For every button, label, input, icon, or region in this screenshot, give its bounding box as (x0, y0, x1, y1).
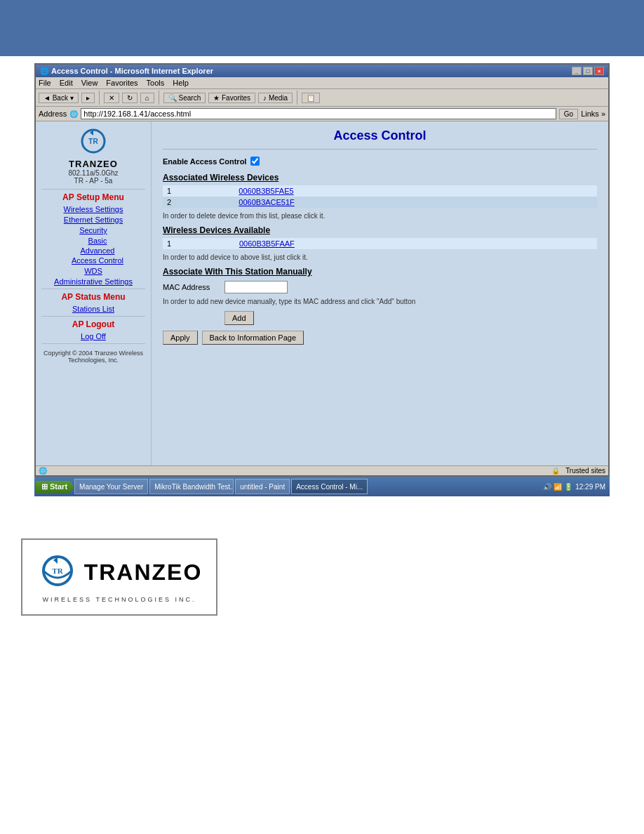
trusted-sites-icon: 🔒 (551, 467, 560, 475)
start-icon: ⊞ (41, 482, 48, 491)
associated-devices-header: Associated Wireless Devices (163, 173, 597, 183)
taskbar-item-0[interactable]: Manage Your Server (74, 479, 148, 494)
tray-icons: 🔊 📶 🔋 (543, 483, 572, 491)
sidebar-item-log-off[interactable]: Log Off (41, 332, 145, 340)
mac-address-input[interactable] (224, 281, 288, 293)
favorites-button[interactable]: ★ Favorites (208, 93, 255, 103)
statusbar-left: 🌐 (39, 467, 50, 475)
toolbar-separator-2 (159, 91, 159, 105)
tranzeo-logo-icon: TR (41, 127, 145, 159)
start-button[interactable]: ⊞ Start (36, 481, 73, 493)
ie-titlebar: 🌐 Access Control - Microsoft Internet Ex… (36, 65, 608, 77)
add-button[interactable]: Add (224, 311, 254, 325)
menu-edit[interactable]: Edit (60, 79, 73, 87)
address-label: Address (39, 110, 67, 118)
toolbar-separator-3 (297, 91, 297, 105)
history-button[interactable]: 📋 (302, 93, 320, 103)
taskbar-items: Manage Your Server MikroTik Bandwidth Te… (74, 479, 542, 494)
sidebar-item-ap-setup-menu[interactable]: AP Setup Menu (41, 192, 145, 202)
menu-help[interactable]: Help (173, 79, 189, 87)
minimize-button[interactable]: _ (572, 67, 582, 75)
sidebar-item-ethernet-settings[interactable]: Ethernet Settings (41, 216, 145, 224)
media-button[interactable]: ♪ Media (258, 93, 293, 103)
screenshot-wrapper: 🌐 Access Control - Microsoft Internet Ex… (0, 56, 644, 503)
associated-delete-hint: In order to delete device from this list… (163, 212, 597, 220)
ie-content: TR TRANZEO 802.11a/5.0Ghz TR - AP - 5a A… (36, 121, 608, 465)
available-device-row-1: 1 0060B3B5FAAF (163, 238, 597, 249)
available-device-mac-1[interactable]: 0060B3B5FAAF (239, 239, 295, 248)
menu-tools[interactable]: Tools (147, 79, 165, 87)
associated-device-num-2: 2 (163, 197, 234, 208)
tranzeo-large-icon: TR (36, 551, 79, 593)
menu-view[interactable]: View (81, 79, 98, 87)
associate-header: Associate With This Station Manually (163, 267, 597, 277)
available-devices-table: 1 0060B3B5FAAF (163, 238, 597, 249)
taskbar-item-1[interactable]: MikroTik Bandwidth Test... (149, 479, 234, 494)
maximize-button[interactable]: □ (583, 67, 593, 75)
associated-device-mac-1[interactable]: 0060B3B5FAE5 (239, 187, 293, 195)
sidebar-item-admin-settings[interactable]: Administrative Settings (41, 277, 145, 286)
toolbar-separator-1 (99, 91, 100, 105)
taskbar-time: 12:29 PM (575, 483, 605, 491)
page-divider (163, 149, 597, 150)
ie-window: 🌐 Access Control - Microsoft Internet Ex… (34, 63, 610, 477)
sidebar-item-basic[interactable]: Basic (50, 237, 145, 245)
manual-hint: In order to add new device manually, typ… (163, 298, 597, 305)
sidebar-divider-2 (41, 289, 145, 289)
ie-addressbar: Address 🌐 Go Links » (36, 107, 608, 121)
svg-text:TR: TR (88, 138, 98, 145)
top-banner (0, 0, 644, 56)
sidebar-item-ap-logout[interactable]: AP Logout (41, 319, 145, 329)
sidebar-brand-text: TRANZEO (41, 159, 145, 169)
back-to-info-button[interactable]: Back to Information Page (202, 331, 304, 345)
enable-checkbox[interactable] (250, 157, 260, 166)
tray-icon-1: 🔊 (543, 483, 551, 491)
tray-icon-2: 📶 (554, 483, 562, 491)
associated-device-num-1: 1 (163, 185, 234, 197)
back-button[interactable]: ◄ Back ▾ (39, 93, 79, 103)
ie-menubar: File Edit View Favorites Tools Help (36, 77, 608, 89)
search-button[interactable]: 🔍 Search (163, 93, 206, 103)
home-button[interactable]: ⌂ (140, 93, 154, 103)
refresh-button[interactable]: ↻ (122, 93, 137, 103)
enable-label: Enable Access Control (163, 157, 246, 166)
ie-statusbar: 🌐 🔒 Trusted sites (36, 465, 608, 475)
sidebar-item-wds[interactable]: WDS (41, 267, 145, 275)
mac-address-label: MAC Address (163, 283, 219, 291)
associated-device-mac-2[interactable]: 0060B3ACE51F (239, 198, 295, 206)
bottom-section: TR TRANZEO WIRELESS TECHNOLOGIES INC. (0, 524, 644, 630)
sidebar-copyright: Copyright © 2004 Tranzeo Wireless Techno… (41, 350, 145, 364)
sidebar-item-advanced[interactable]: Advanced (50, 246, 145, 255)
associated-device-row-1: 1 0060B3B5FAE5 (163, 185, 597, 197)
sidebar-item-ap-status-menu[interactable]: AP Status Menu (41, 292, 145, 302)
sidebar-item-stations-list[interactable]: Stations List (41, 305, 145, 313)
taskbar: ⊞ Start Manage Your Server MikroTik Band… (34, 477, 610, 496)
sidebar-divider-3 (41, 316, 145, 317)
associated-devices-table: 1 0060B3B5FAE5 2 0060B3ACE51F (163, 185, 597, 208)
sidebar-divider-1 (41, 189, 145, 190)
action-buttons: Apply Back to Information Page (163, 331, 597, 345)
stop-button[interactable]: ✕ (104, 93, 119, 103)
close-button[interactable]: × (594, 67, 604, 75)
menu-file[interactable]: File (39, 79, 51, 87)
go-button[interactable]: Go (559, 109, 578, 119)
sidebar-item-security[interactable]: Security (41, 226, 145, 234)
tray-icon-3: 🔋 (564, 483, 572, 491)
enable-access-control-row: Enable Access Control (163, 157, 597, 166)
trusted-sites-text: Trusted sites (565, 467, 605, 475)
sidebar-model-line2: TR - AP - 5a (41, 177, 145, 185)
taskbar-item-2[interactable]: untitled - Paint (235, 479, 290, 494)
taskbar-item-3[interactable]: Access Control - Mi... (291, 479, 368, 494)
ie-toolbar: ◄ Back ▾ ▸ ✕ ↻ ⌂ 🔍 Search ★ Favorites ♪ … (36, 89, 608, 107)
forward-button[interactable]: ▸ (81, 93, 95, 103)
sidebar-item-wireless-settings[interactable]: Wireless Settings (41, 205, 145, 213)
sidebar-item-access-control[interactable]: Access Control (50, 256, 145, 265)
page-title: Access Control (163, 128, 597, 143)
menu-favorites[interactable]: Favorites (106, 79, 137, 87)
ie-titlebar-buttons: _ □ × (572, 67, 604, 75)
address-input[interactable] (81, 108, 556, 119)
bottom-brand-text: TRANZEO (84, 560, 203, 585)
mac-input-row: MAC Address (163, 281, 597, 293)
apply-button[interactable]: Apply (163, 331, 198, 345)
statusbar-right: 🔒 Trusted sites (551, 467, 605, 475)
